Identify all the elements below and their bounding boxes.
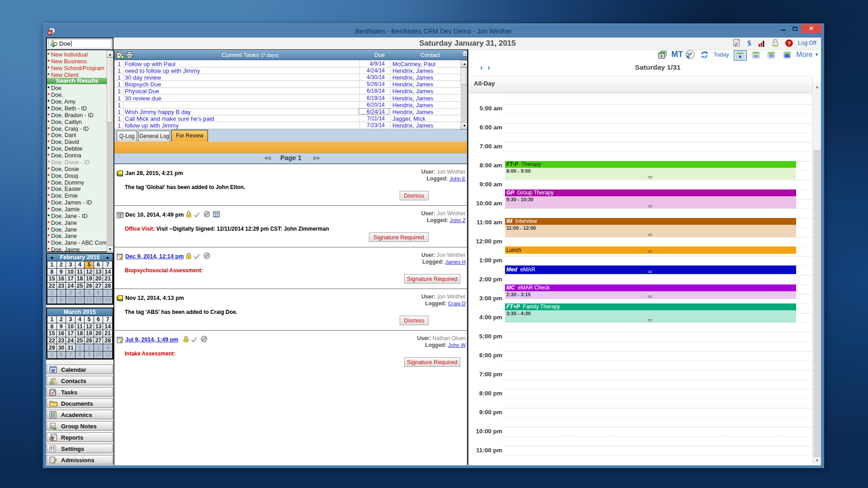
svg-text:?: ? [788,41,791,46]
